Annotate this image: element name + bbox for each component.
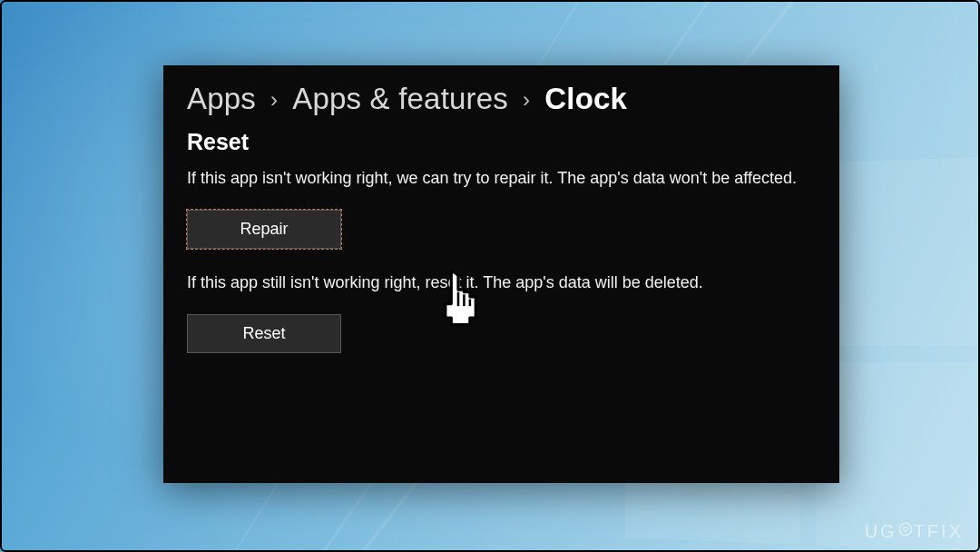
reset-description: If this app still isn't working right, r… (187, 271, 804, 294)
breadcrumb: Apps › Apps & features › Clock (187, 82, 816, 116)
gear-icon (897, 521, 914, 542)
reset-button[interactable]: Reset (187, 314, 341, 353)
chevron-right-icon: › (270, 87, 278, 113)
breadcrumb-apps[interactable]: Apps (187, 82, 256, 116)
watermark-ugetfix: UGTFIX (865, 521, 964, 543)
svg-point-3 (899, 523, 912, 536)
svg-point-4 (903, 527, 907, 532)
settings-panel: Apps › Apps & features › Clock Reset If … (163, 65, 839, 483)
repair-description: If this app isn't working right, we can … (187, 166, 804, 190)
breadcrumb-current: Clock (544, 82, 627, 116)
repair-button[interactable]: Repair (187, 210, 341, 249)
chevron-right-icon: › (523, 87, 530, 113)
section-title-reset: Reset (187, 129, 816, 155)
breadcrumb-apps-features[interactable]: Apps & features (292, 82, 508, 116)
